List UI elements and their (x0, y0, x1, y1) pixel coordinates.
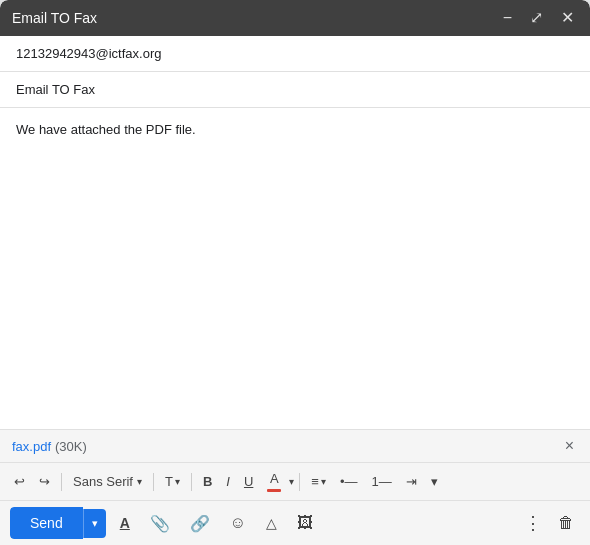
font-name: Sans Serif (73, 474, 133, 489)
bullets-icon: •— (340, 474, 358, 489)
delete-draft-button[interactable]: 🗑 (552, 510, 580, 536)
font-family-selector[interactable]: Sans Serif ▾ (67, 470, 148, 493)
insert-emoji-button[interactable]: ☺ (224, 510, 252, 536)
send-dropdown-button[interactable]: ▾ (83, 509, 106, 538)
attach-icon: 📎 (150, 514, 170, 533)
insert-link-button[interactable]: 🔗 (184, 510, 216, 537)
insert-drive-button[interactable]: △ (260, 511, 283, 535)
toolbar-separator-1 (61, 473, 62, 491)
text-color-swatch (267, 489, 281, 492)
attachment-bar: fax.pdf (30K) × (0, 429, 590, 462)
toolbar-separator-4 (299, 473, 300, 491)
more-options-button[interactable]: ⋮ (518, 508, 548, 538)
indent-icon: ⇥ (406, 474, 417, 489)
to-field[interactable]: 12132942943@ictfax.org (0, 36, 590, 72)
send-group: Send ▾ (10, 507, 106, 539)
attachment-size: (30K) (55, 439, 87, 454)
window-title: Email TO Fax (12, 10, 97, 26)
font-size-icon: T (165, 474, 173, 489)
bottom-bar: Send ▾ A 📎 🔗 ☺ △ 🖼 ⋮ 🗑 (0, 500, 590, 545)
send-button[interactable]: Send (10, 507, 83, 539)
expand-button[interactable]: ⤢ (526, 8, 547, 28)
text-color-a: A (270, 471, 279, 486)
undo-button[interactable]: ↩ (8, 470, 31, 493)
attachment-close-button[interactable]: × (561, 436, 578, 456)
toolbar-separator-2 (153, 473, 154, 491)
more-formatting-icon: ▾ (431, 474, 438, 489)
format-text-button[interactable]: A (114, 511, 136, 535)
more-options-icon: ⋮ (524, 513, 542, 533)
subject-field[interactable]: Email TO Fax (0, 72, 590, 108)
align-dropdown-icon: ▾ (321, 476, 326, 487)
numbered-button[interactable]: 1— (366, 470, 398, 493)
bottom-right-actions: ⋮ 🗑 (518, 508, 580, 538)
underline-button[interactable]: U (238, 470, 259, 493)
text-color-dropdown[interactable]: ▾ (289, 476, 294, 487)
bold-button[interactable]: B (197, 470, 218, 493)
attachment-info: fax.pdf (30K) (12, 439, 87, 454)
minimize-button[interactable]: − (499, 8, 516, 28)
text-color-button[interactable]: A (261, 467, 287, 496)
format-text-icon: A (120, 515, 130, 531)
formatting-toolbar: ↩ ↪ Sans Serif ▾ T ▾ B I U A ▾ ≡ ▾ •— 1— (0, 462, 590, 500)
font-dropdown-icon: ▾ (137, 476, 142, 487)
link-icon: 🔗 (190, 514, 210, 533)
emoji-icon: ☺ (230, 514, 246, 532)
compose-window: Email TO Fax − ⤢ ✕ 12132942943@ictfax.or… (0, 0, 590, 545)
toolbar-separator-3 (191, 473, 192, 491)
title-bar-actions: − ⤢ ✕ (499, 8, 578, 28)
to-address: 12132942943@ictfax.org (16, 46, 161, 61)
more-formatting-button[interactable]: ▾ (425, 470, 444, 493)
delete-icon: 🗑 (558, 514, 574, 531)
body-area[interactable]: We have attached the PDF file. (0, 108, 590, 429)
photo-icon: 🖼 (297, 514, 313, 532)
insert-photo-button[interactable]: 🖼 (291, 510, 319, 536)
italic-button[interactable]: I (220, 470, 236, 493)
attachment-name[interactable]: fax.pdf (12, 439, 51, 454)
close-button[interactable]: ✕ (557, 8, 578, 28)
body-text: We have attached the PDF file. (16, 122, 196, 137)
align-button[interactable]: ≡ ▾ (305, 470, 332, 493)
title-bar: Email TO Fax − ⤢ ✕ (0, 0, 590, 36)
numbered-icon: 1— (372, 474, 392, 489)
align-icon: ≡ (311, 474, 319, 489)
font-size-button[interactable]: T ▾ (159, 470, 186, 493)
redo-button[interactable]: ↪ (33, 470, 56, 493)
indent-button[interactable]: ⇥ (400, 470, 423, 493)
drive-icon: △ (266, 515, 277, 531)
font-size-dropdown-icon: ▾ (175, 476, 180, 487)
bullets-button[interactable]: •— (334, 470, 364, 493)
attach-file-button[interactable]: 📎 (144, 510, 176, 537)
subject-value: Email TO Fax (16, 82, 95, 97)
